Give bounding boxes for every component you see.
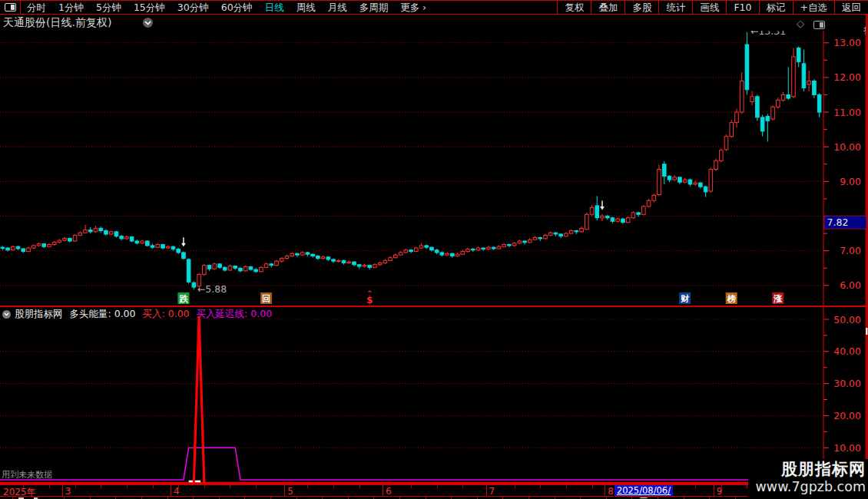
layout-toggle-button[interactable] <box>0 1 21 14</box>
svg-text:50.00: 50.00 <box>833 314 861 326</box>
indicator-source-label: 股朋指标网 <box>15 308 63 321</box>
page-title: 天通股份(日线.前复权) <box>3 15 111 30</box>
low-annotation: ←5.88 <box>197 283 227 295</box>
toolbar-button-返回[interactable]: 返回 <box>834 1 868 14</box>
watermark-url: www.7gpzb.com <box>748 479 866 494</box>
svg-text:6.00: 6.00 <box>840 279 861 291</box>
indicator-value-买入: 买入: 0.00 <box>143 308 190 321</box>
dividend-marker-icon[interactable]: $ <box>366 295 373 306</box>
month-separator <box>383 485 383 496</box>
period-tab-30分钟[interactable]: 30分钟 <box>177 1 209 14</box>
svg-text:榜: 榜 <box>727 294 736 304</box>
toolbar-button-F10[interactable]: F10 <box>726 1 758 14</box>
svg-text:回: 回 <box>262 294 270 304</box>
svg-text:30.00: 30.00 <box>833 378 861 389</box>
toolbar-button-复权[interactable]: 复权 <box>557 1 591 14</box>
sell-arrow-icon <box>181 243 186 247</box>
svg-text:涨: 涨 <box>773 294 783 304</box>
stock-app-window: 分时1分钟5分钟15分钟30分钟60分钟日线周线月线多周期更多 › 复权叠加多股… <box>0 0 868 499</box>
period-tab-1分钟[interactable]: 1分钟 <box>58 1 84 14</box>
period-tab-5分钟[interactable]: 5分钟 <box>96 1 121 14</box>
month-separator <box>171 485 171 496</box>
svg-text:跌: 跌 <box>179 294 188 304</box>
svg-text:12.00: 12.00 <box>833 71 861 83</box>
timeline-year: 2025年 <box>3 486 36 499</box>
action-buttons: 复权叠加多股统计画线F10标记+自选返回 <box>557 1 868 14</box>
period-tab-周线[interactable]: 周线 <box>297 1 316 14</box>
month-label-6: 6 <box>386 486 392 497</box>
selected-date-badge: 2025/08/06/三 <box>615 485 673 496</box>
month-separator <box>605 485 605 496</box>
month-label-3: 3 <box>65 486 71 497</box>
indicator-value-买入延迟线: 买入延迟线: 0.00 <box>197 308 273 321</box>
period-toolbar: 分时1分钟5分钟15分钟30分钟60分钟日线周线月线多周期更多 › 复权叠加多股… <box>0 0 868 15</box>
toolbar-button-+自选[interactable]: +自选 <box>793 1 834 14</box>
watermark-site-name: 股朋指标网 <box>748 459 866 479</box>
month-separator <box>284 485 285 496</box>
svg-text:9.00: 9.00 <box>840 176 861 187</box>
diamond-icon[interactable]: ◇ <box>797 16 804 31</box>
bull-energy-spike <box>194 316 204 483</box>
toolbar-button-多股[interactable]: 多股 <box>624 1 658 14</box>
month-label-8: 8 <box>608 486 614 497</box>
period-tab-月线[interactable]: 月线 <box>328 1 347 14</box>
period-tab-15分钟[interactable]: 15分钟 <box>134 1 165 14</box>
chevron-down-icon[interactable] <box>143 18 153 28</box>
high-annotation: ←13.31 <box>750 31 786 37</box>
period-tab-分时[interactable]: 分时 <box>27 1 46 14</box>
period-tab-日线[interactable]: 日线 <box>265 1 284 14</box>
month-separator <box>62 485 63 496</box>
toolbar-button-画线[interactable]: 画线 <box>692 1 726 14</box>
timeline-axis: 2025年 2025/08/06/三 3456789 <box>0 484 868 497</box>
month-separator <box>714 485 714 496</box>
last-price-marker: 7.82 <box>824 216 866 229</box>
period-tab-更多 ›[interactable]: 更多 › <box>400 1 426 14</box>
main-candlestick-chart[interactable]: 6.007.009.0010.0011.0012.0013.00←13.31←5… <box>0 31 868 306</box>
svg-text:7.00: 7.00 <box>840 245 861 256</box>
watermark: 股朋指标网 www.7gpzb.com <box>748 459 868 499</box>
indicator-header: 股朋指标网 多头能量: 0.00买入: 0.00买入延迟线: 0.00 <box>2 309 272 319</box>
svg-text:40.00: 40.00 <box>833 345 861 357</box>
future-data-warning: 用到未来数据 <box>2 469 52 481</box>
svg-text:10.00: 10.00 <box>833 442 861 454</box>
period-tabs: 分时1分钟5分钟15分钟30分钟60分钟日线周线月线多周期更多 › <box>0 1 432 14</box>
split-panel-icon <box>5 3 16 12</box>
buy-delay-line <box>0 448 822 480</box>
month-label-7: 7 <box>489 486 495 497</box>
svg-text:7.82: 7.82 <box>827 216 849 228</box>
toolbar-button-标记[interactable]: 标记 <box>759 1 793 14</box>
month-separator <box>486 485 487 496</box>
svg-text:财: 财 <box>680 294 689 304</box>
title-bar: 天通股份(日线.前复权) ◇ 指 <box>0 15 868 31</box>
indicator-value-多头能量: 多头能量: 0.00 <box>70 308 136 321</box>
toolbar-button-叠加[interactable]: 叠加 <box>591 1 624 14</box>
svg-text:11.00: 11.00 <box>833 107 861 118</box>
month-label-5: 5 <box>287 486 293 497</box>
svg-text:13.00: 13.00 <box>833 37 861 48</box>
svg-text:20.00: 20.00 <box>833 410 861 421</box>
chevron-down-icon[interactable] <box>2 310 11 319</box>
indicator-pane[interactable]: 10.0020.0030.0040.0050.00 <box>0 307 868 484</box>
toolbar-button-统计[interactable]: 统计 <box>658 1 692 14</box>
period-tab-多周期[interactable]: 多周期 <box>359 1 389 14</box>
period-tab-60分钟[interactable]: 60分钟 <box>221 1 253 14</box>
sell-arrow-icon <box>600 207 605 210</box>
svg-text:10.00: 10.00 <box>833 141 861 153</box>
